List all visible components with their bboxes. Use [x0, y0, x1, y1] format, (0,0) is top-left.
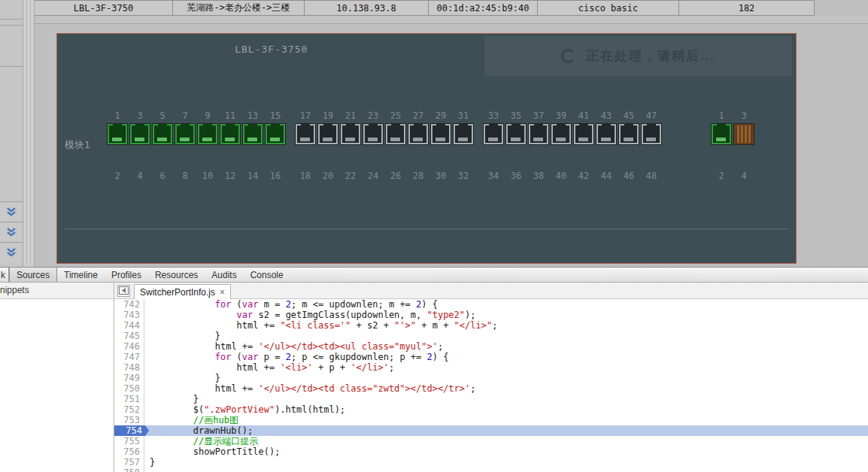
devtools-tab-audits[interactable]: Audits: [205, 268, 243, 282]
port-37-icon[interactable]: [529, 124, 548, 144]
vertical-splitter[interactable]: [23, 0, 35, 267]
code-text[interactable]: //画hub图: [144, 415, 868, 425]
devtools-tab-resources[interactable]: Resources: [148, 268, 205, 282]
device-info-bar: LBL-3F-3750芜湖路->老办公楼->三楼10.138.93.800:1d…: [34, 0, 815, 16]
line-number[interactable]: 745: [114, 331, 144, 341]
port-23-icon[interactable]: [363, 124, 383, 144]
port-41-icon[interactable]: [574, 124, 593, 144]
line-number[interactable]: 757: [114, 457, 144, 467]
port-45-icon[interactable]: [619, 124, 639, 144]
line-number[interactable]: 755: [114, 436, 144, 446]
line-number[interactable]: 751: [114, 394, 144, 404]
code-text[interactable]: var s2 = getImgClass(updownlen, m, "type…: [144, 310, 868, 320]
devtools-tab-k[interactable]: k: [0, 268, 9, 282]
devtools-tab-console[interactable]: Console: [244, 268, 290, 282]
code-text[interactable]: [144, 467, 868, 472]
close-icon[interactable]: ×: [220, 287, 225, 298]
port-numbers-bottom: 24: [710, 171, 755, 181]
port-number-label: 32: [452, 171, 475, 181]
port-number-label: 27: [407, 111, 429, 121]
port-numbers-bottom: 3436384042444648: [482, 171, 663, 181]
port-1-icon[interactable]: [712, 124, 731, 144]
port-number-label: 28: [407, 171, 429, 181]
infobar-subband: [23, 16, 868, 24]
file-tab[interactable]: SwitcherPortInfo.js ×: [134, 284, 231, 299]
port-19-icon[interactable]: [318, 124, 338, 144]
port-5-icon[interactable]: [153, 124, 172, 144]
port-35-icon[interactable]: [506, 124, 526, 144]
port-17-icon[interactable]: [296, 124, 315, 144]
spinner-icon: [561, 49, 575, 63]
port-group: 13579111315246810121416: [106, 111, 287, 181]
port-number-label: 36: [505, 171, 527, 181]
line-number[interactable]: 749: [114, 373, 144, 383]
line-number[interactable]: 748: [114, 362, 144, 373]
code-text[interactable]: $(".zwPortView").html(html);: [144, 404, 868, 415]
panel-collapse-left-icon: [119, 284, 129, 298]
port-number-label: 43: [595, 111, 618, 121]
code-text[interactable]: drawnHub();: [144, 425, 868, 436]
port-number-label: 2: [106, 171, 129, 181]
navigator-tab-snippets-clipped[interactable]: nippets: [0, 285, 29, 295]
hide-navigator-button[interactable]: [117, 285, 130, 297]
code-text[interactable]: }: [144, 394, 868, 404]
port-33-icon[interactable]: [484, 124, 503, 144]
port-47-icon[interactable]: [642, 124, 661, 144]
devtools-tab-timeline[interactable]: Timeline: [57, 268, 105, 282]
port-13-icon[interactable]: [243, 124, 263, 144]
collapse-button-2[interactable]: [0, 222, 23, 242]
line-number[interactable]: 758: [114, 467, 144, 472]
code-text[interactable]: for (var m = 2; m <= updownlen; m += 2) …: [144, 299, 868, 310]
code-text[interactable]: //显示端口提示: [144, 436, 868, 446]
port-number-label: 2: [710, 171, 733, 181]
file-tab-bar: nippets SwitcherPortInfo.js ×: [0, 283, 868, 299]
port-7-icon[interactable]: [175, 124, 195, 144]
line-number[interactable]: 742: [114, 299, 144, 310]
code-text[interactable]: }: [144, 373, 868, 383]
code-text[interactable]: for (var p = 2; p <= gkupdownlen; p += 2…: [144, 352, 868, 362]
port-number-label: 37: [527, 111, 550, 121]
port-numbers-bottom: 246810121416: [106, 171, 287, 181]
line-number[interactable]: 756: [114, 446, 144, 457]
port-21-icon[interactable]: [341, 124, 360, 144]
port-43-icon[interactable]: [596, 124, 616, 144]
port-number-label: 7: [174, 111, 196, 121]
collapse-button-3[interactable]: [0, 242, 23, 262]
line-number[interactable]: 746: [114, 341, 144, 352]
port-number-label: 40: [550, 171, 572, 181]
code-text[interactable]: html += "<li class='" + s2 + "'>" + m + …: [144, 320, 868, 331]
code-text[interactable]: html += '</ul></td><td><ul class="myul">…: [144, 341, 868, 352]
devtools-tab-sources[interactable]: Sources: [9, 268, 57, 282]
code-line-758: 758: [114, 467, 868, 472]
port-31-icon[interactable]: [454, 124, 473, 144]
code-line-752: 752 $(".zwPortView").html(html);: [114, 404, 868, 415]
devtools-tab-profiles[interactable]: Profiles: [105, 268, 148, 282]
line-number[interactable]: 747: [114, 352, 144, 362]
port-27-icon[interactable]: [408, 124, 428, 144]
port-15-icon[interactable]: [266, 124, 285, 144]
port-number-label: 25: [384, 111, 407, 121]
code-text[interactable]: html += '</ul></td><td class="zwtd"></td…: [144, 383, 868, 394]
port-number-label: 8: [174, 171, 196, 181]
port-11-icon[interactable]: [220, 124, 240, 144]
port-25-icon[interactable]: [386, 124, 405, 144]
code-text[interactable]: showPortTitle();: [144, 446, 868, 457]
code-text[interactable]: }: [144, 457, 868, 467]
code-text[interactable]: }: [144, 331, 868, 341]
line-number[interactable]: 743: [114, 310, 144, 320]
collapse-button-1[interactable]: [0, 201, 23, 222]
port-3-icon[interactable]: [130, 124, 150, 144]
port-number-label: 1: [106, 111, 129, 121]
line-number[interactable]: 754: [114, 425, 149, 436]
port-1-icon[interactable]: [108, 124, 127, 144]
line-number[interactable]: 753: [114, 415, 144, 425]
port-3-icon[interactable]: [734, 124, 754, 144]
port-9-icon[interactable]: [198, 124, 217, 144]
port-29-icon[interactable]: [431, 124, 451, 144]
line-number[interactable]: 744: [114, 320, 144, 331]
port-39-icon[interactable]: [551, 124, 571, 144]
left-sidebar: [0, 0, 23, 267]
line-number[interactable]: 750: [114, 383, 144, 394]
line-number[interactable]: 752: [114, 404, 144, 415]
code-text[interactable]: html += '<li>' + p + '</li>';: [144, 362, 868, 373]
